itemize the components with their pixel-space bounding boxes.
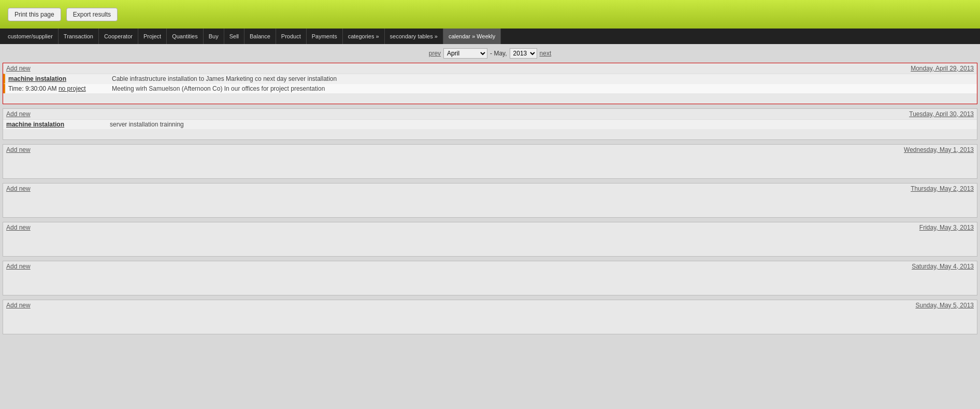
nav-item-7[interactable]: Balance bbox=[244, 29, 276, 44]
event-title-1-0[interactable]: machine instalation bbox=[6, 121, 110, 128]
month-select[interactable]: JanuaryFebruaryMarchAprilMayJuneJulyAugu… bbox=[443, 48, 487, 59]
nav-item-10[interactable]: categories » bbox=[343, 29, 385, 44]
day-block-0: Add newMonday, April 29, 2013machine ins… bbox=[3, 63, 977, 104]
top-bar: Print this page Export results bbox=[0, 0, 980, 29]
day-header-2: Add newWednesday, May 1, 2013 bbox=[3, 145, 977, 155]
day-date-5: Saturday, May 4, 2013 bbox=[912, 263, 974, 270]
day-header-4: Add newFriday, May 3, 2013 bbox=[3, 222, 977, 233]
main-content: Add newMonday, April 29, 2013machine ins… bbox=[0, 63, 980, 344]
day-block-2: Add newWednesday, May 1, 2013 bbox=[3, 144, 977, 179]
nav-item-4[interactable]: Quantities bbox=[167, 29, 204, 44]
day-block-6: Add newSunday, May 5, 2013 bbox=[3, 300, 977, 334]
prev-link[interactable]: prev bbox=[429, 50, 441, 57]
nav-item-2[interactable]: Cooperator bbox=[99, 29, 138, 44]
event-row-0-0: machine instalationCable infrastructure … bbox=[3, 74, 977, 83]
add-new-link-3[interactable]: Add new bbox=[6, 185, 31, 192]
event-desc-1-0: server installation trainning bbox=[110, 121, 974, 128]
nav-item-0[interactable]: customer/supplier bbox=[3, 29, 59, 44]
empty-space-3 bbox=[3, 194, 977, 217]
add-new-link-1[interactable]: Add new bbox=[6, 110, 31, 118]
year-select[interactable]: 201220132014 bbox=[510, 48, 537, 59]
no-project-link-0-1[interactable]: no project bbox=[59, 85, 86, 92]
day-date-0: Monday, April 29, 2013 bbox=[911, 65, 974, 72]
day-date-4: Friday, May 3, 2013 bbox=[919, 224, 974, 231]
nav-bar: customer/supplierTransactionCooperatorPr… bbox=[0, 29, 980, 44]
next-link[interactable]: next bbox=[540, 50, 552, 57]
day-header-5: Add newSaturday, May 4, 2013 bbox=[3, 261, 977, 272]
meeting-row-0-1: Time: 9:30:00 AM no projectMeeting wirh … bbox=[3, 83, 977, 93]
day-header-1: Add newTuesday, April 30, 2013 bbox=[3, 109, 977, 119]
nav-item-12[interactable]: calendar » Weekly bbox=[443, 29, 501, 44]
day-date-1: Tuesday, April 30, 2013 bbox=[909, 110, 974, 118]
nav-item-6[interactable]: Sell bbox=[224, 29, 244, 44]
empty-space-5 bbox=[3, 272, 977, 295]
time-label-0-1: Time: 9:30:00 AM no project bbox=[8, 85, 112, 92]
day-header-6: Add newSunday, May 5, 2013 bbox=[3, 300, 977, 311]
extra-space-0 bbox=[3, 93, 977, 104]
nav-item-11[interactable]: secondary tables » bbox=[385, 29, 443, 44]
event-desc-0-0: Cable infrastructure installation to Jam… bbox=[112, 75, 974, 82]
add-new-link-2[interactable]: Add new bbox=[6, 146, 31, 153]
add-new-link-5[interactable]: Add new bbox=[6, 263, 31, 270]
export-button[interactable]: Export results bbox=[66, 8, 118, 21]
empty-space-6 bbox=[3, 311, 977, 334]
event-row-1-0: machine instalationserver installation t… bbox=[3, 119, 977, 129]
nav-item-8[interactable]: Product bbox=[276, 29, 307, 44]
day-date-2: Wednesday, May 1, 2013 bbox=[904, 146, 974, 153]
day-header-3: Add newThursday, May 2, 2013 bbox=[3, 184, 977, 194]
print-button[interactable]: Print this page bbox=[8, 8, 61, 21]
nav-item-1[interactable]: Transaction bbox=[59, 29, 99, 44]
meeting-desc-0-1: Meeting wirh Samuelson (Afternoon Co) In… bbox=[112, 85, 974, 92]
day-date-3: Thursday, May 2, 2013 bbox=[911, 185, 974, 192]
date-nav: prev JanuaryFebruaryMarchAprilMayJuneJul… bbox=[0, 44, 980, 63]
day-block-4: Add newFriday, May 3, 2013 bbox=[3, 222, 977, 257]
extra-space-1 bbox=[3, 129, 977, 139]
dash-label: - May, bbox=[490, 50, 507, 57]
nav-item-3[interactable]: Project bbox=[138, 29, 167, 44]
day-block-1: Add newTuesday, April 30, 2013machine in… bbox=[3, 108, 977, 140]
day-date-6: Sunday, May 5, 2013 bbox=[915, 302, 974, 309]
event-title-0-0[interactable]: machine instalation bbox=[8, 75, 112, 82]
add-new-link-0[interactable]: Add new bbox=[6, 65, 31, 72]
day-block-3: Add newThursday, May 2, 2013 bbox=[3, 183, 977, 218]
nav-item-9[interactable]: Payments bbox=[307, 29, 343, 44]
empty-space-4 bbox=[3, 233, 977, 256]
add-new-link-6[interactable]: Add new bbox=[6, 302, 31, 309]
day-block-5: Add newSaturday, May 4, 2013 bbox=[3, 261, 977, 295]
day-header-0: Add newMonday, April 29, 2013 bbox=[3, 63, 977, 74]
add-new-link-4[interactable]: Add new bbox=[6, 224, 31, 231]
nav-item-5[interactable]: Buy bbox=[204, 29, 224, 44]
empty-space-2 bbox=[3, 155, 977, 178]
